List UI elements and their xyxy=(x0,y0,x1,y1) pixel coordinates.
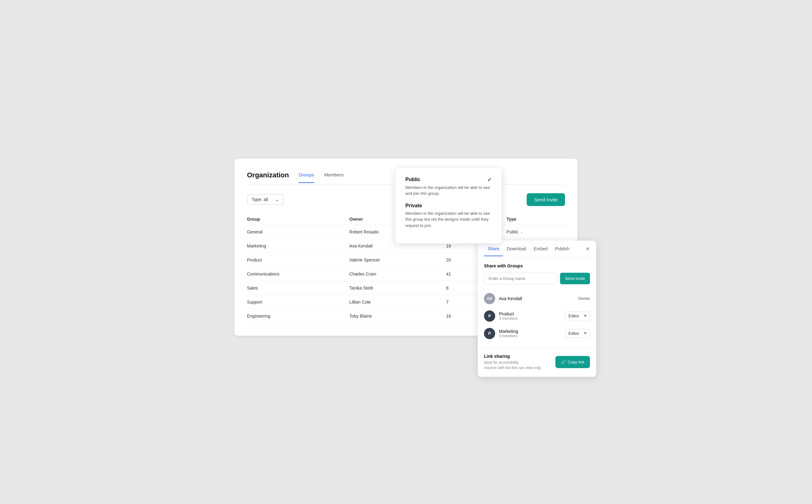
cell-owner: Tanika Steib xyxy=(349,281,446,295)
cell-group: Sales xyxy=(247,281,349,295)
col-group: Group xyxy=(247,214,349,225)
share-with-groups-title: Share with Groups xyxy=(484,263,590,268)
member-sub: 3 members xyxy=(499,334,561,338)
member-role: Owner xyxy=(578,296,590,301)
link-icon: 🔗 xyxy=(561,360,566,364)
member-name: Ava Kendall xyxy=(499,296,574,301)
link-sharing-desc1: Ideal for accessibility. xyxy=(484,360,542,365)
group-name-input[interactable] xyxy=(484,273,558,284)
share-panel: Share Download Embed Publish ✕ Share wit… xyxy=(478,241,596,377)
avatar: P xyxy=(484,310,495,322)
tab-share[interactable]: Share xyxy=(484,241,503,256)
cell-group: Support xyxy=(247,295,349,309)
link-sharing-desc2: Anyone with the link can view only. xyxy=(484,365,542,371)
public-title: Public xyxy=(405,177,421,182)
private-description: Members in the organization will be able… xyxy=(405,210,492,229)
cell-owner: Charles Cram xyxy=(349,267,446,281)
private-title: Private xyxy=(405,203,422,209)
chevron-down-icon: ⌄ xyxy=(275,197,279,202)
tab-download[interactable]: Download xyxy=(503,241,530,256)
copy-link-button[interactable]: 🔗 Copy link xyxy=(555,356,590,368)
chevron-down-icon: ⌄ xyxy=(520,230,523,234)
avatar: P xyxy=(484,328,495,339)
tab-publish[interactable]: Publish xyxy=(551,241,573,256)
copy-link-label: Copy link xyxy=(568,360,584,364)
member-sub: 3 members xyxy=(499,316,561,321)
cell-owner: Lillian Cole xyxy=(349,295,446,309)
tab-groups[interactable]: Groups xyxy=(299,172,314,183)
link-sharing-title: Link sharing xyxy=(484,354,542,359)
member-info: Product 3 members xyxy=(499,311,561,321)
cell-group: Engineering xyxy=(247,309,349,323)
type-filter-label: Type: all xyxy=(252,197,268,202)
tab-members[interactable]: Members xyxy=(324,172,344,183)
share-body: Share with Groups Send invite AK Ava Ken… xyxy=(478,257,596,348)
member-info: Marketing 3 members xyxy=(499,329,561,338)
type-popup: Public ✓ Members in the organization wil… xyxy=(395,168,502,244)
public-option[interactable]: Public ✓ Members in the organization wil… xyxy=(405,177,492,197)
check-icon: ✓ xyxy=(488,177,492,183)
cell-group: General xyxy=(247,225,349,239)
cell-owner: Toby Blaine xyxy=(349,309,446,323)
tab-embed[interactable]: Embed xyxy=(530,241,551,256)
close-button[interactable]: ✕ xyxy=(585,241,590,257)
type-filter[interactable]: Type: all ⌄ xyxy=(247,194,284,205)
share-members-list: AK Ava Kendall Owner P Product 3 members… xyxy=(484,290,590,342)
link-sharing-info: Link sharing Ideal for accessibility. An… xyxy=(484,354,542,371)
share-member-row: AK Ava Kendall Owner xyxy=(484,290,590,307)
col-type: Type xyxy=(507,214,565,225)
role-select[interactable]: Editor Viewer Owner xyxy=(565,311,590,320)
avatar: AK xyxy=(484,293,495,304)
role-select[interactable]: Editor Viewer Owner xyxy=(565,329,590,338)
member-info: Ava Kendall xyxy=(499,296,574,301)
cell-owner: Valerie Spencer xyxy=(349,253,446,267)
cell-group: Product xyxy=(247,253,349,267)
cell-type[interactable]: Public ⌄ xyxy=(507,225,565,239)
public-description: Members in the organization will be able… xyxy=(405,185,492,197)
member-name: Product xyxy=(499,311,561,316)
page-wrapper: Public ✓ Members in the organization wil… xyxy=(234,159,578,346)
send-invite-small-button[interactable]: Send invite xyxy=(560,273,590,284)
cell-group: Marketing xyxy=(247,239,349,253)
link-sharing-section: Link sharing Ideal for accessibility. An… xyxy=(478,348,596,377)
member-name: Marketing xyxy=(499,329,561,334)
org-title: Organization xyxy=(247,171,289,184)
share-member-row: P Product 3 members Editor Viewer Owner xyxy=(484,307,590,325)
group-input-row: Send invite xyxy=(484,273,590,284)
private-option[interactable]: Private Members in the organization will… xyxy=(405,203,492,229)
cell-group: Communications xyxy=(247,267,349,281)
type-label: Public xyxy=(507,229,518,234)
share-member-row: P Marketing 3 members Editor Viewer Owne… xyxy=(484,325,590,342)
send-invite-button[interactable]: Send Invite xyxy=(527,193,565,206)
